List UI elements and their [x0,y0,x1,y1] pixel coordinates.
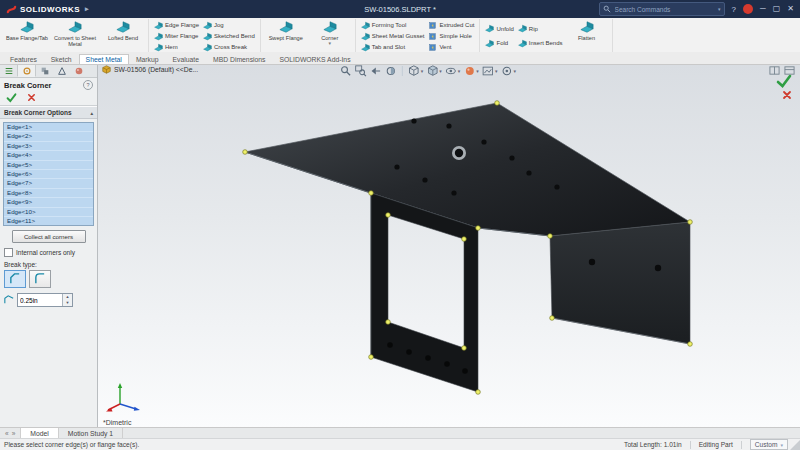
confirm-ok-icon[interactable] [776,74,792,88]
btn-cross-break[interactable]: Cross Break [203,42,255,52]
dropdown-caret[interactable]: ▾ [513,68,516,74]
btn-edge-flange[interactable]: Edge Flange [154,20,199,30]
break-corner-options-section[interactable]: Break Corner Options ▴ [0,106,97,119]
edge-list-item[interactable]: Edge<6> [4,170,93,179]
btn-extruded-cut[interactable]: Extruded Cut [428,20,474,30]
search-dropdown-caret[interactable]: ▾ [718,6,721,12]
tab-display-manager[interactable] [70,64,87,77]
btn-sheet-metal-gusset[interactable]: Sheet Metal Gusset [361,31,425,41]
edge-list-item[interactable]: Edge<7> [4,179,93,188]
minimize-button[interactable]: ─ [760,5,766,13]
ok-button[interactable] [6,92,17,103]
confirm-cancel-icon[interactable] [782,90,792,100]
tab-scroll-right-icon[interactable]: » [12,430,16,437]
btn-base-flange-tab[interactable]: Base Flange/Tab [5,19,49,53]
document-breadcrumb-tab[interactable]: SW-01506 (Default) <<De... [102,65,198,74]
edge-list-item[interactable]: Edge<3> [4,142,93,151]
help-icon[interactable]: ? [83,80,93,90]
btn-miter-flange[interactable]: Miter Flange [154,31,199,41]
btn-insert-bends[interactable]: Insert Bends [518,38,563,48]
collect-all-corners-button[interactable]: Collect all corners [12,230,86,243]
edge-list-item[interactable]: Edge<2> [4,132,93,141]
search-commands-box[interactable]: ▾ [599,2,725,16]
search-input[interactable] [613,5,716,14]
part-top-face[interactable] [245,103,690,236]
btn-rip[interactable]: Rip [518,24,563,34]
close-button[interactable]: ✕ [787,5,794,13]
dropdown-caret[interactable]: ▾ [458,68,461,74]
distance-input[interactable] [18,294,62,306]
part-front-face[interactable] [371,193,478,392]
tab-dimxpert[interactable] [53,64,70,77]
btn-corner[interactable]: Corner ▾ [308,19,352,53]
dropdown-caret[interactable]: ▾ [495,68,498,74]
edit-appearance-icon[interactable]: ▾ [463,65,479,77]
tab-mbd-dimensions[interactable]: MBD Dimensions [206,54,273,64]
btn-forming-tool[interactable]: Forming Tool [361,20,425,30]
previous-view-icon[interactable] [370,65,382,77]
hide-show-items-icon[interactable]: ▾ [445,65,461,77]
internal-corners-checkbox[interactable] [4,248,13,257]
edge-selection-listbox[interactable]: Edge<1> Edge<2> Edge<3> Edge<4> Edge<5> … [3,122,94,226]
btn-simple-hole[interactable]: Simple Hole [428,31,474,41]
zoom-area-icon[interactable] [355,65,367,77]
distance-spinner[interactable]: ▲▼ [62,294,72,306]
chamfer-break-button[interactable] [4,270,26,288]
display-style-icon[interactable]: ▾ [426,65,442,77]
tab-solidworks-addins[interactable]: SOLIDWORKS Add-Ins [273,54,358,64]
section-view-icon[interactable] [385,65,397,77]
btn-tab-and-slot[interactable]: Tab and Slot [361,42,425,52]
corner-dropdown-caret[interactable]: ▾ [328,41,331,47]
menu-expand-arrow[interactable]: ▸ [85,5,89,13]
part-3d-view[interactable] [98,64,800,428]
btn-hem[interactable]: Hem [154,42,199,52]
edge-list-item[interactable]: Edge<11> [4,217,93,226]
tab-configurations[interactable] [36,64,53,77]
btn-vent[interactable]: Vent [428,42,474,52]
maximize-button[interactable]: ▢ [773,5,781,13]
btn-fold[interactable]: Fold [485,38,513,48]
btn-jog[interactable]: Jog [203,20,255,30]
dropdown-caret[interactable]: ▾ [439,68,442,74]
document-tab-label: SW-01506 (Default) <<De... [114,66,198,73]
dropdown-caret[interactable]: ▾ [421,68,424,74]
apply-scene-icon[interactable]: ▾ [482,65,498,77]
tab-property-manager[interactable] [17,64,36,77]
tab-features[interactable]: Features [3,54,44,64]
tab-featuremanager-tree[interactable] [0,64,17,77]
cancel-button[interactable] [27,93,36,102]
btn-convert-to-sheet-metal[interactable]: Convert to Sheet Metal [49,19,101,53]
edge-list-item[interactable]: Edge<1> [4,123,93,132]
tab-markup[interactable]: Markup [129,54,166,64]
tab-and-slot-icon [361,43,370,52]
btn-unfold[interactable]: Unfold [485,24,513,34]
edge-list-item[interactable]: Edge<9> [4,198,93,207]
edge-list-item[interactable]: Edge<8> [4,189,93,198]
tab-scroll-left-icon[interactable]: « [5,430,9,437]
resize-grip[interactable] [790,440,800,450]
edge-list-item[interactable]: Edge<10> [4,208,93,217]
btn-sketched-bend[interactable]: Sketched Bend [203,31,255,41]
tab-sheet-metal[interactable]: Sheet Metal [79,54,129,64]
btn-flatten[interactable]: Flatten [565,19,609,53]
tab-evaluate[interactable]: Evaluate [166,54,206,64]
btn-lofted-bend[interactable]: Lofted Bend [101,19,145,53]
dropdown-caret[interactable]: ▾ [476,68,479,74]
orientation-triad [106,380,142,414]
part-right-face[interactable] [550,222,690,344]
zoom-fit-icon[interactable] [340,65,352,77]
view-orientation-label: *Dimetric [103,419,131,426]
fillet-break-button[interactable] [29,270,51,288]
view-orientation-icon[interactable]: ▾ [408,65,424,77]
help-button[interactable]: ? [732,5,736,14]
spinner-down-icon[interactable]: ▼ [63,300,72,306]
unit-system-dropdown[interactable]: Custom ▾ [750,439,788,450]
graphics-area[interactable]: SW-01506 (Default) <<De... ▾ ▾ [98,64,800,428]
tab-sketch[interactable]: Sketch [44,54,79,64]
view-settings-icon[interactable]: ▾ [500,65,516,77]
section-collapse-caret[interactable]: ▴ [90,110,93,116]
edge-list-item[interactable]: Edge<5> [4,161,93,170]
edge-list-item[interactable]: Edge<4> [4,151,93,160]
btn-swept-flange[interactable]: Swept Flange [264,19,308,53]
user-avatar[interactable] [743,4,753,14]
